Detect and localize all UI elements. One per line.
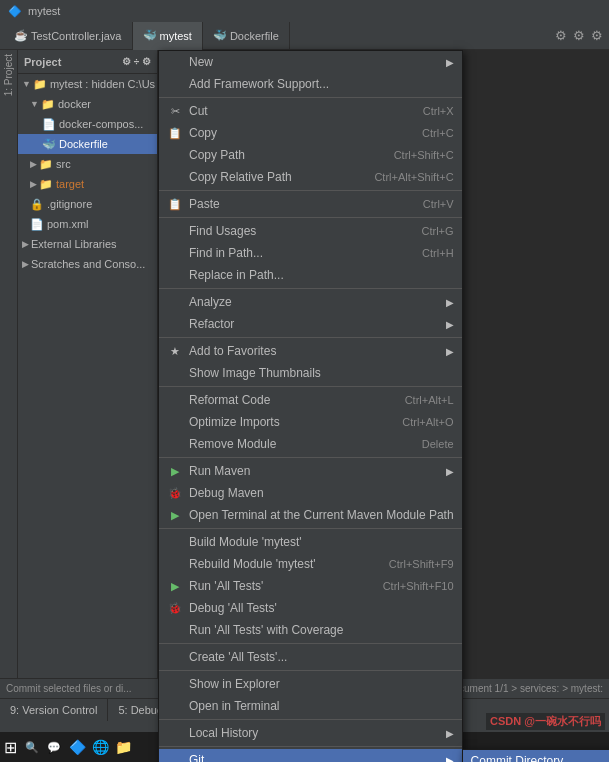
menu-item-copy[interactable]: 📋 Copy Ctrl+C (159, 122, 462, 144)
left-panel-tabs: 1: Project (0, 50, 18, 678)
tab-label: 5: Debug (118, 704, 163, 716)
separator (159, 190, 462, 191)
separator (159, 337, 462, 338)
taskbar-app-intellij[interactable]: 🔷 (69, 739, 86, 755)
menu-item-replace[interactable]: Replace in Path... (159, 264, 462, 286)
menu-item-remove-module[interactable]: Remove Module Delete (159, 433, 462, 455)
terminal-icon: ▶ (167, 507, 183, 523)
menu-item-create-tests[interactable]: Create 'All Tests'... (159, 646, 462, 668)
folder-icon-target: 📁 (39, 178, 53, 191)
folder-icon: 📁 (33, 78, 47, 91)
tree-item-label: Dockerfile (59, 138, 108, 150)
menu-item-show-explorer[interactable]: Show in Explorer (159, 673, 462, 695)
app-icon: 🔷 (8, 5, 22, 18)
tree-item-label: .gitignore (47, 198, 92, 210)
arrow-icon: ▶ (30, 179, 37, 189)
tree-item-src[interactable]: ▶ 📁 src (18, 154, 157, 174)
menu-item-local-history[interactable]: Local History ▶ (159, 722, 462, 744)
remove-icon (167, 436, 183, 452)
menu-label: Copy Path (189, 148, 374, 162)
tab-mytest[interactable]: 🐳 mytest (133, 22, 203, 50)
menu-item-cut[interactable]: ✂ Cut Ctrl+X (159, 100, 462, 122)
submenu-arrow: ▶ (446, 346, 454, 357)
settings-icon[interactable]: ⚙ (555, 28, 567, 43)
tree-item-dockerfile[interactable]: 🐳 Dockerfile (18, 134, 157, 154)
menu-item-git[interactable]: Git ▶ Commit Directory... (159, 749, 462, 762)
submenu-arrow: ▶ (446, 297, 454, 308)
taskbar-icon-search[interactable]: 🔍 (25, 741, 39, 754)
arrow-icon: ▶ (22, 259, 29, 269)
menu-label: Rebuild Module 'mytest' (189, 557, 369, 571)
tree-item-pom[interactable]: 📄 pom.xml (18, 214, 157, 234)
menu-label: Open in Terminal (189, 699, 454, 713)
submenu-arrow: ▶ (446, 319, 454, 330)
start-button[interactable]: ⊞ (4, 738, 17, 757)
sidebar-settings-icon[interactable]: ⚙ ÷ ⚙ (122, 56, 151, 67)
settings2-icon[interactable]: ⚙ (573, 28, 585, 43)
file-icon: 📄 (42, 118, 56, 131)
submenu-arrow: ▶ (446, 57, 454, 68)
taskbar-icon-chat[interactable]: 💬 (47, 741, 61, 754)
refactor-icon (167, 316, 183, 332)
settings3-icon[interactable]: ⚙ (591, 28, 603, 43)
separator (159, 457, 462, 458)
menu-item-add-favorites[interactable]: ★ Add to Favorites ▶ (159, 340, 462, 362)
menu-item-find-usages[interactable]: Find Usages Ctrl+G (159, 220, 462, 242)
menu-item-build-module[interactable]: Build Module 'mytest' (159, 531, 462, 553)
menu-item-paste[interactable]: 📋 Paste Ctrl+V (159, 193, 462, 215)
tree-item-docker[interactable]: ▼ 📁 docker (18, 94, 157, 114)
menu-label: Open Terminal at the Current Maven Modul… (189, 508, 454, 522)
tree-item-gitignore[interactable]: 🔒 .gitignore (18, 194, 157, 214)
version-control-tab[interactable]: 9: Version Control (0, 699, 108, 721)
context-menu: New ▶ Add Framework Support... ✂ Cut Ctr… (158, 50, 463, 762)
tree-item-mytest[interactable]: ▼ 📁 mytest : hidden C:\Us (18, 74, 157, 94)
project-tab[interactable]: 1: Project (3, 54, 14, 96)
menu-item-open-terminal-maven[interactable]: ▶ Open Terminal at the Current Maven Mod… (159, 504, 462, 526)
menu-item-reformat[interactable]: Reformat Code Ctrl+Alt+L (159, 389, 462, 411)
tab-action-icons: ⚙ ⚙ ⚙ (555, 28, 609, 43)
menu-item-run-tests[interactable]: ▶ Run 'All Tests' Ctrl+Shift+F10 (159, 575, 462, 597)
menu-label: Local History (189, 726, 438, 740)
taskbar-app-browser[interactable]: 🌐 (92, 739, 109, 755)
file-icon: 🔒 (30, 198, 44, 211)
create-icon (167, 649, 183, 665)
menu-item-debug-maven[interactable]: 🐞 Debug Maven (159, 482, 462, 504)
git-commit-directory[interactable]: Commit Directory... (463, 750, 609, 762)
tree-item-docker-compose[interactable]: 📄 docker-compos... (18, 114, 157, 134)
separator (159, 528, 462, 529)
menu-item-open-terminal[interactable]: Open in Terminal (159, 695, 462, 717)
tab-dockerfile[interactable]: 🐳 Dockerfile (203, 22, 290, 50)
menu-item-debug-tests[interactable]: 🐞 Debug 'All Tests' (159, 597, 462, 619)
menu-label: Refactor (189, 317, 438, 331)
menu-item-optimize[interactable]: Optimize Imports Ctrl+Alt+O (159, 411, 462, 433)
tree-item-ext-libs[interactable]: ▶ External Libraries (18, 234, 157, 254)
menu-item-find-in-path[interactable]: Find in Path... Ctrl+H (159, 242, 462, 264)
reformat-icon (167, 392, 183, 408)
menu-item-thumbnails[interactable]: Show Image Thumbnails (159, 362, 462, 384)
menu-item-run-coverage[interactable]: Run 'All Tests' with Coverage (159, 619, 462, 641)
menu-label: Show Image Thumbnails (189, 366, 454, 380)
tree-item-target[interactable]: ▶ 📁 target (18, 174, 157, 194)
folder-icon: 📁 (39, 158, 53, 171)
build-icon (167, 534, 183, 550)
find-icon (167, 223, 183, 239)
menu-item-new[interactable]: New ▶ (159, 51, 462, 73)
shortcut-label: Ctrl+C (422, 127, 453, 139)
menu-item-rebuild-module[interactable]: Rebuild Module 'mytest' Ctrl+Shift+F9 (159, 553, 462, 575)
tree-item-scratches[interactable]: ▶ Scratches and Conso... (18, 254, 157, 274)
shortcut-label: Ctrl+Alt+Shift+C (374, 171, 453, 183)
menu-item-analyze[interactable]: Analyze ▶ (159, 291, 462, 313)
favorites-icon: ★ (167, 343, 183, 359)
menu-item-run-maven[interactable]: ▶ Run Maven ▶ (159, 460, 462, 482)
taskbar-app-folder[interactable]: 📁 (115, 739, 132, 755)
shortcut-label: Ctrl+H (422, 247, 453, 259)
tab-docker-icon: 🐳 (143, 29, 157, 42)
menu-item-refactor[interactable]: Refactor ▶ (159, 313, 462, 335)
menu-item-copy-relative[interactable]: Copy Relative Path Ctrl+Alt+Shift+C (159, 166, 462, 188)
tab-testcontroller[interactable]: ☕ TestController.java (4, 22, 133, 50)
menu-item-add-framework[interactable]: Add Framework Support... (159, 73, 462, 95)
sidebar-tree: ▼ 📁 mytest : hidden C:\Us ▼ 📁 docker 📄 d… (18, 74, 157, 274)
menu-item-copy-path[interactable]: Copy Path Ctrl+Shift+C (159, 144, 462, 166)
copy-icon: 📋 (167, 125, 183, 141)
menu-label: Reformat Code (189, 393, 385, 407)
